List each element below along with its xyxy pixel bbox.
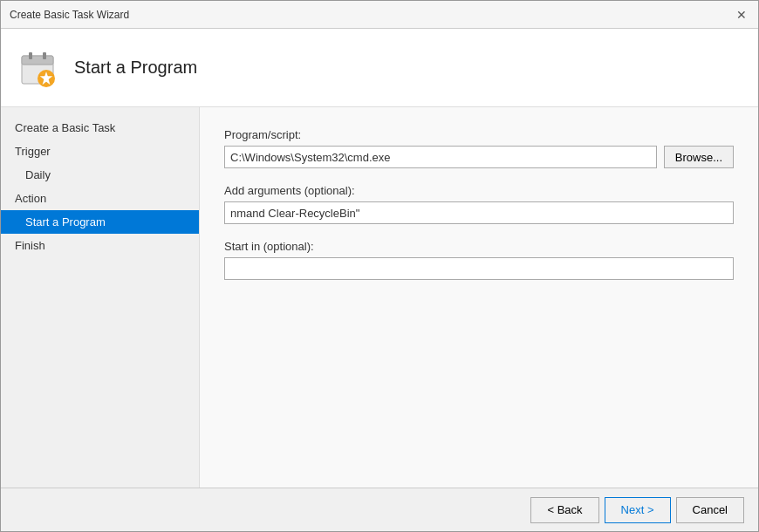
title-bar: Create Basic Task Wizard ✕	[1, 1, 758, 29]
sidebar-item-daily[interactable]: Daily	[1, 163, 199, 187]
start-in-label: Start in (optional):	[224, 240, 734, 253]
svg-rect-1	[22, 56, 53, 65]
start-in-input[interactable]	[224, 257, 734, 280]
sidebar-item-create-basic-task[interactable]: Create a Basic Task	[1, 116, 199, 140]
back-button[interactable]: < Back	[530, 497, 598, 523]
svg-rect-5	[29, 52, 32, 59]
start-in-group: Start in (optional):	[224, 240, 734, 280]
window-title: Create Basic Task Wizard	[10, 9, 129, 21]
next-button[interactable]: Next >	[605, 497, 671, 523]
header-icon	[18, 47, 60, 89]
program-script-group: Program/script: Browse...	[224, 128, 734, 168]
sidebar-item-trigger[interactable]: Trigger	[1, 140, 199, 163]
header-title: Start a Program	[74, 58, 197, 78]
program-script-input[interactable]	[224, 146, 657, 168]
svg-rect-6	[43, 52, 46, 59]
sidebar-item-action[interactable]: Action	[1, 187, 199, 210]
sidebar: Create a Basic Task Trigger Daily Action…	[1, 107, 200, 488]
add-arguments-label: Add arguments (optional):	[224, 184, 734, 197]
content-area: Create a Basic Task Trigger Daily Action…	[1, 107, 758, 488]
footer: < Back Next > Cancel	[1, 488, 758, 531]
main-panel: Program/script: Browse... Add arguments …	[200, 107, 758, 488]
sidebar-item-finish[interactable]: Finish	[1, 234, 199, 257]
add-arguments-input[interactable]	[224, 201, 734, 224]
header-area: Start a Program	[1, 29, 758, 107]
close-button[interactable]: ✕	[734, 7, 749, 23]
add-arguments-group: Add arguments (optional):	[224, 184, 734, 224]
wizard-window: Create Basic Task Wizard ✕ Start a Progr…	[0, 0, 759, 532]
sidebar-item-start-a-program[interactable]: Start a Program	[1, 210, 199, 234]
browse-button[interactable]: Browse...	[664, 146, 734, 168]
program-script-label: Program/script:	[224, 128, 734, 141]
program-script-row: Browse...	[224, 146, 734, 168]
cancel-button[interactable]: Cancel	[676, 497, 744, 523]
